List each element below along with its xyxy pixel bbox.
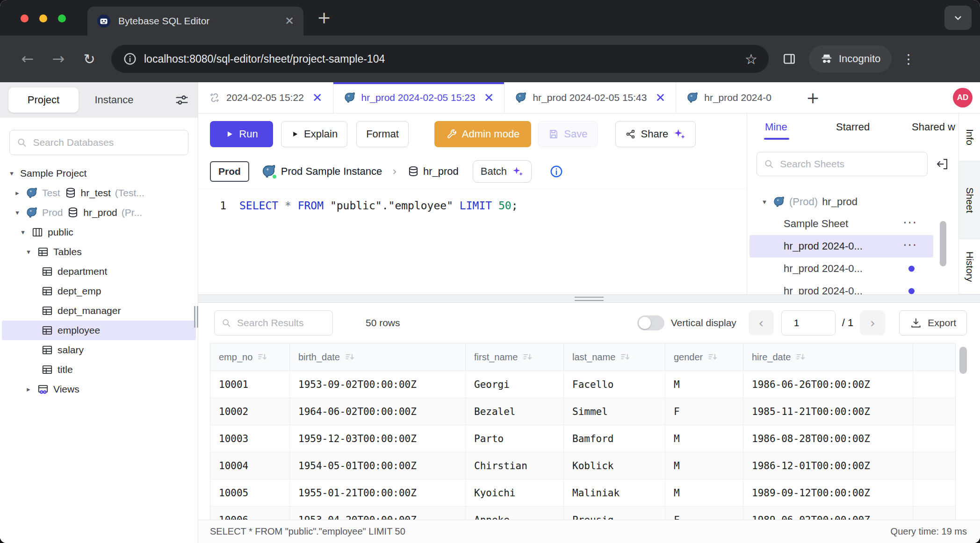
table-cell[interactable]: 10002	[210, 398, 290, 425]
tree-tables-group[interactable]: ▾ Tables	[0, 242, 198, 262]
table-cell[interactable]: M	[665, 452, 743, 479]
chevron-right-icon[interactable]: ▸	[24, 385, 33, 393]
table-cell[interactable]: F	[665, 507, 743, 520]
sort-icon[interactable]	[345, 352, 355, 362]
table-cell[interactable]: 1955-01-21T00:00:00Z	[290, 479, 466, 506]
tree-views-group[interactable]: ▸ Views	[0, 379, 198, 399]
table-cell[interactable]	[913, 507, 956, 520]
sort-icon[interactable]	[707, 352, 718, 362]
editor-tab-1[interactable]: 2024-02-05 15:22✕	[198, 82, 333, 113]
page-number-input[interactable]	[781, 310, 836, 336]
table-cell[interactable]: 10006	[210, 507, 290, 520]
table-cell[interactable]: Georgi	[466, 371, 564, 398]
info-icon[interactable]	[549, 164, 563, 179]
table-cell[interactable]: M	[665, 425, 743, 452]
browser-tab-close-icon[interactable]: ✕	[285, 14, 294, 28]
table-row-6[interactable]: 100061953-04-20T00:00:00ZAnnekePreusigF1…	[210, 507, 956, 520]
tab-project[interactable]: Project	[8, 87, 79, 113]
side-tab-sheet[interactable]: Sheet	[959, 161, 980, 239]
tree-table-department[interactable]: department	[0, 262, 198, 281]
close-tab-icon[interactable]: ✕	[655, 91, 665, 105]
table-cell[interactable]: Chirstian	[466, 452, 564, 479]
forward-button[interactable]: →	[43, 50, 74, 68]
table-cell[interactable]: F	[665, 398, 743, 425]
window-zoom-button[interactable]	[58, 14, 66, 22]
next-page-button[interactable]: ›	[860, 310, 885, 336]
table-cell[interactable]: Anneke	[466, 507, 564, 520]
site-info-icon[interactable]	[122, 51, 137, 66]
new-browser-tab-button[interactable]: +	[317, 7, 331, 29]
side-tab-history[interactable]: History	[959, 239, 980, 294]
sort-icon[interactable]	[620, 352, 630, 362]
table-cell[interactable]: Parto	[466, 425, 564, 452]
tree-table-dept_manager[interactable]: dept_manager	[0, 301, 198, 321]
tab-shared-with-me[interactable]: Shared w	[912, 121, 955, 133]
tab-search-chevron-button[interactable]	[944, 6, 972, 30]
table-cell[interactable]: 1964-06-02T00:00:00Z	[290, 398, 466, 425]
table-row-3[interactable]: 100031959-12-03T00:00:00ZPartoBamfordM19…	[210, 425, 956, 452]
browser-menu-icon[interactable]: ⋮	[902, 51, 915, 67]
sort-icon[interactable]	[795, 352, 806, 362]
table-cell[interactable]: 1953-09-02T00:00:00Z	[290, 371, 466, 398]
collapse-panel-icon[interactable]	[935, 157, 949, 171]
table-cell[interactable]: 10005	[210, 479, 290, 506]
table-cell[interactable]: Maliniak	[564, 479, 665, 506]
tree-db-hr-test[interactable]: ▸ Test hr_test (Test...	[0, 183, 198, 203]
table-cell[interactable]: Kyoichi	[466, 479, 564, 506]
sidebar-resize-handle[interactable]	[194, 306, 195, 328]
divider-drag-handle[interactable]	[575, 297, 604, 301]
new-sheet-tab-button[interactable]: +	[799, 82, 827, 113]
bookmark-star-icon[interactable]: ☆	[745, 51, 757, 67]
prev-page-button[interactable]: ‹	[749, 310, 774, 336]
sheet-group-hr-prod[interactable]: ▾ (Prod) hr_prod	[747, 191, 958, 213]
table-cell[interactable]	[913, 398, 956, 425]
sql-code-area[interactable]: 1 SELECT * FROM "public"."employee" LIMI…	[198, 189, 747, 294]
table-cell[interactable]: 1986-06-26T00:00:00Z	[743, 371, 913, 398]
chevron-down-icon[interactable]: ▾	[7, 169, 16, 178]
export-button[interactable]: Export	[899, 310, 967, 336]
sheet-item-menu-icon[interactable]: ···	[903, 238, 917, 252]
user-avatar[interactable]: AD	[953, 88, 973, 107]
tree-db-hr-prod[interactable]: ▾ Prod hr_prod (Pr...	[0, 203, 198, 222]
table-cell[interactable]: 1985-11-21T00:00:00Z	[743, 398, 913, 425]
back-button[interactable]: ←	[12, 50, 43, 68]
table-cell[interactable]: Bamford	[564, 425, 665, 452]
table-cell[interactable]	[913, 371, 956, 398]
tree-table-title[interactable]: title	[0, 360, 198, 379]
tab-starred[interactable]: Starred	[836, 121, 870, 133]
editor-tab-4[interactable]: hr_prod 2024-0	[676, 82, 799, 113]
browser-tab[interactable]: Bytebase SQL Editor ✕	[87, 7, 303, 36]
table-cell[interactable]: 10003	[210, 425, 290, 452]
table-cell[interactable]: Preusig	[564, 507, 665, 520]
table-cell[interactable]: Facello	[564, 371, 665, 398]
instance-name[interactable]: Prod Sample Instance	[281, 165, 382, 178]
column-header-first_name[interactable]: first_name	[466, 343, 564, 371]
database-name[interactable]: hr_prod	[423, 165, 459, 178]
address-bar[interactable]: localhost:8080/sql-editor/sheet/project-…	[111, 45, 769, 73]
split-divider[interactable]	[198, 294, 980, 303]
tree-table-dept_emp[interactable]: dept_emp	[0, 281, 198, 301]
results-scrollbar[interactable]	[959, 347, 967, 374]
vertical-display-toggle[interactable]	[637, 315, 664, 330]
table-cell[interactable]	[913, 452, 956, 479]
run-button[interactable]: Run	[210, 121, 273, 147]
column-header-hire_date[interactable]: hire_date	[743, 343, 913, 371]
sheet-item-1[interactable]: Sample Sheet···	[749, 213, 933, 235]
table-row-1[interactable]: 100011953-09-02T00:00:00ZGeorgiFacelloM1…	[210, 371, 956, 398]
window-minimize-button[interactable]	[39, 14, 47, 22]
editor-tab-3[interactable]: hr_prod 2024-02-05 15:43✕	[504, 82, 676, 113]
table-cell[interactable]: 1986-08-28T00:00:00Z	[743, 425, 913, 452]
sort-icon[interactable]	[257, 352, 267, 362]
database-search-input[interactable]	[33, 137, 181, 148]
table-row-4[interactable]: 100041954-05-01T00:00:00ZChirstianKoblic…	[210, 452, 956, 479]
table-cell[interactable]: M	[665, 479, 743, 506]
tree-table-salary[interactable]: salary	[0, 340, 198, 360]
share-button[interactable]: Share	[615, 121, 696, 147]
tab-instance[interactable]: Instance	[79, 94, 150, 106]
close-tab-icon[interactable]: ✕	[484, 91, 494, 105]
sheet-item-3[interactable]: hr_prod 2024-0...	[749, 257, 933, 280]
results-search-input[interactable]	[237, 317, 326, 329]
chevron-right-icon[interactable]: ▸	[13, 189, 22, 197]
tab-mine[interactable]: Mine	[765, 121, 787, 133]
explain-button[interactable]: Explain	[281, 121, 347, 147]
